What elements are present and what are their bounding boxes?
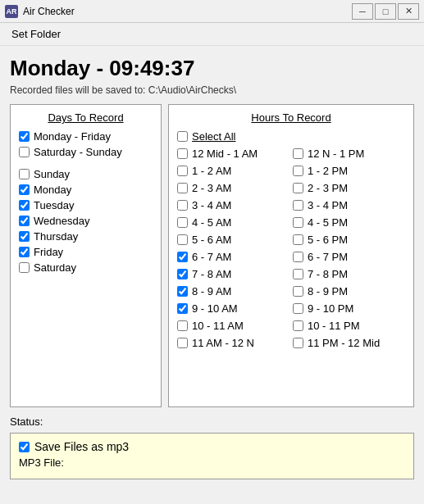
- minimize-button[interactable]: ─: [352, 3, 373, 20]
- hour-2-label: 1 - 2 AM: [192, 165, 231, 177]
- hour-7-label: 3 - 4 PM: [308, 199, 348, 211]
- menu-bar: Set Folder: [0, 23, 424, 46]
- hour-20-input[interactable]: [177, 320, 188, 331]
- checkbox-saturday-input[interactable]: [19, 262, 30, 273]
- hour-11-input[interactable]: [293, 234, 303, 245]
- app-icon: AR: [5, 5, 18, 18]
- hour-1-label: 12 N - 1 PM: [308, 148, 364, 160]
- hour-18-input[interactable]: [177, 303, 188, 314]
- checkbox-wednesday-label: Wednesday: [34, 215, 89, 227]
- hour-17-input[interactable]: [293, 286, 303, 297]
- hour-13-label: 6 - 7 PM: [308, 251, 348, 263]
- hour-7-input[interactable]: [293, 200, 303, 211]
- hour-5-input[interactable]: [293, 183, 303, 193]
- clock-display: Monday - 09:49:37: [10, 56, 414, 81]
- hour-10-input[interactable]: [177, 234, 188, 245]
- mp3-panel: Save Files as mp3 MP3 File:: [10, 433, 414, 479]
- hour-5-label: 2 - 3 PM: [308, 182, 348, 194]
- hour-10-label: 5 - 6 AM: [192, 234, 231, 246]
- checkbox-wednesday: Wednesday: [19, 215, 153, 227]
- hour-1-input[interactable]: [293, 148, 303, 159]
- hour-8-input[interactable]: [177, 217, 188, 228]
- hour-16-input[interactable]: [177, 286, 188, 297]
- main-content: Monday - 09:49:37 Recorded files will be…: [0, 46, 424, 486]
- save-mp3-label: Save Files as mp3: [34, 440, 129, 453]
- save-mp3-checkbox[interactable]: [19, 442, 30, 452]
- hours-panel-title: Hours To Record: [177, 111, 405, 124]
- save-path: Recorded files will be saved to: C:\Audi…: [10, 84, 414, 96]
- hour-23-input[interactable]: [293, 338, 303, 348]
- hour-12-input[interactable]: [177, 252, 188, 262]
- mp3-file-label: MP3 File:: [19, 456, 64, 469]
- checkbox-sunday-label: Sunday: [34, 168, 70, 180]
- checkbox-monday-label: Monday: [34, 184, 71, 196]
- hour-4: 2 - 3 AM: [177, 182, 290, 194]
- hour-11: 5 - 6 PM: [293, 234, 405, 246]
- save-mp3-row: Save Files as mp3: [19, 440, 405, 453]
- close-button[interactable]: ✕: [398, 3, 419, 20]
- select-all-row: Select All: [177, 130, 405, 143]
- hour-2-input[interactable]: [177, 166, 188, 176]
- hour-14-input[interactable]: [177, 269, 188, 279]
- hour-19: 9 - 10 PM: [293, 302, 405, 315]
- checkbox-monday-friday-input[interactable]: [19, 131, 30, 142]
- status-bar: Status:: [10, 415, 414, 428]
- hour-17: 8 - 9 PM: [293, 285, 405, 297]
- checkbox-saturday-sunday-label: Saturday - Sunday: [34, 146, 122, 158]
- hour-14: 7 - 8 AM: [177, 268, 290, 280]
- app-title: Air Checker: [23, 6, 352, 17]
- checkbox-tuesday-input[interactable]: [19, 200, 30, 211]
- hour-11-label: 5 - 6 PM: [308, 234, 348, 246]
- checkbox-friday-input[interactable]: [19, 247, 30, 257]
- hours-panel: Hours To Record Select All 12 Mid - 1 AM…: [168, 104, 414, 407]
- hour-0: 12 Mid - 1 AM: [177, 148, 290, 160]
- hour-19-input[interactable]: [293, 303, 303, 314]
- hour-7: 3 - 4 PM: [293, 199, 405, 211]
- checkbox-monday: Monday: [19, 184, 153, 196]
- hour-4-input[interactable]: [177, 183, 188, 193]
- days-panel: Days To Record Monday - Friday Saturday …: [10, 104, 162, 407]
- checkbox-sunday: Sunday: [19, 168, 153, 180]
- hour-23-label: 11 PM - 12 Mid: [308, 337, 380, 349]
- status-label: Status:: [10, 415, 43, 428]
- hour-6: 3 - 4 AM: [177, 199, 290, 211]
- hour-16-label: 8 - 9 AM: [192, 285, 231, 297]
- checkbox-tuesday-label: Tuesday: [34, 199, 74, 211]
- hour-14-label: 7 - 8 AM: [192, 268, 231, 280]
- hour-21: 10 - 11 PM: [293, 320, 405, 332]
- hour-12: 6 - 7 AM: [177, 251, 290, 263]
- hour-22-input[interactable]: [177, 338, 188, 348]
- hour-0-input[interactable]: [177, 148, 188, 159]
- hour-9-input[interactable]: [293, 217, 303, 228]
- checkbox-wednesday-input[interactable]: [19, 216, 30, 226]
- set-folder-menu[interactable]: Set Folder: [7, 26, 66, 42]
- window-controls: ─ □ ✕: [352, 3, 419, 20]
- checkbox-monday-input[interactable]: [19, 184, 30, 195]
- select-all-input[interactable]: [177, 131, 188, 142]
- hour-13: 6 - 7 PM: [293, 251, 405, 263]
- checkbox-saturday-sunday-input[interactable]: [19, 147, 30, 157]
- hour-20: 10 - 11 AM: [177, 320, 290, 332]
- hour-6-input[interactable]: [177, 200, 188, 211]
- checkbox-thursday-input[interactable]: [19, 231, 30, 242]
- maximize-button[interactable]: □: [375, 3, 396, 20]
- hour-20-label: 10 - 11 AM: [192, 320, 244, 332]
- days-panel-title: Days To Record: [19, 111, 153, 124]
- hour-9: 4 - 5 PM: [293, 216, 405, 229]
- hour-13-input[interactable]: [293, 252, 303, 262]
- hour-15: 7 - 8 PM: [293, 268, 405, 280]
- panels-container: Days To Record Monday - Friday Saturday …: [10, 104, 414, 407]
- checkbox-tuesday: Tuesday: [19, 199, 153, 211]
- hour-15-input[interactable]: [293, 269, 303, 279]
- checkbox-friday-label: Friday: [34, 246, 63, 258]
- hour-9-label: 4 - 5 PM: [308, 216, 348, 229]
- hour-3-input[interactable]: [293, 166, 303, 176]
- hour-4-label: 2 - 3 AM: [192, 182, 231, 194]
- hour-21-input[interactable]: [293, 320, 303, 331]
- checkbox-sunday-input[interactable]: [19, 169, 30, 179]
- hour-3: 1 - 2 PM: [293, 165, 405, 177]
- hour-2: 1 - 2 AM: [177, 165, 290, 177]
- hour-17-label: 8 - 9 PM: [308, 285, 348, 297]
- checkbox-thursday-label: Thursday: [34, 230, 78, 243]
- hour-1: 12 N - 1 PM: [293, 148, 405, 160]
